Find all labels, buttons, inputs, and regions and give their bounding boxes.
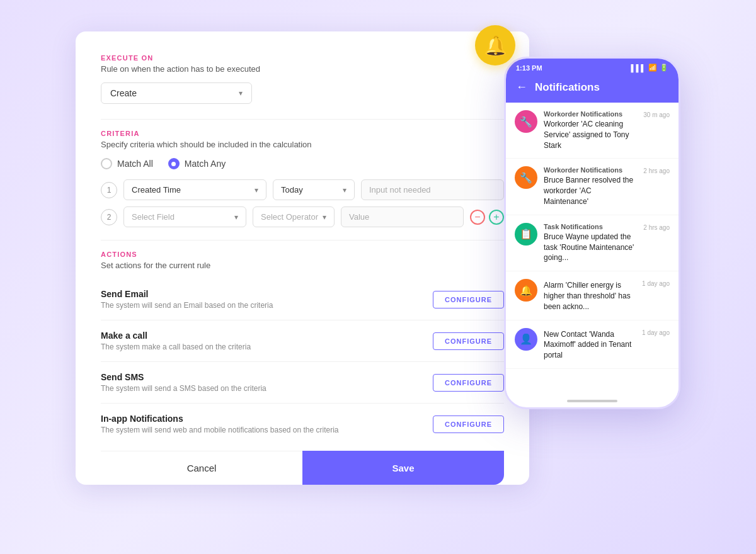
notif-category-2: Task Notifications [544,223,637,230]
phone-header: ← Notifications [506,74,679,103]
execute-on-label: EXECUTE ON [101,54,504,62]
notif-item-3[interactable]: 🔔 Alarm 'Chiller energy is higher than t… [506,271,679,320]
notif-category-0: Workorder Notifications [544,110,637,118]
action-title-send-email: Send Email [101,289,273,299]
notif-body-4: New Contact 'Wanda Maximoff' added in Te… [544,329,636,361]
phone-mockup: 1:13 PM ▌▌▌ 📶 🔋 ← Notifications 🔧 Workor… [504,57,680,409]
notif-content-1: Workorder Notifications Bruce Banner res… [544,166,637,206]
signal-icon: ▌▌▌ [631,64,646,72]
modal-footer: Cancel Save [101,451,504,485]
wifi-icon: 📶 [648,64,657,72]
action-desc-inapp-notif: The system will send web and mobile noti… [101,426,339,434]
notif-category-1: Workorder Notifications [544,166,637,174]
action-title-make-call: Make a call [101,331,251,341]
notif-time-1: 2 hrs ago [643,167,670,174]
notif-item-2[interactable]: 📋 Task Notifications Bruce Wayne updated… [506,215,679,271]
save-button[interactable]: Save [302,451,504,485]
configure-make-call-button[interactable]: CONFIGURE [433,332,504,350]
row-actions-2: − + [470,210,504,225]
notif-body-1: Bruce Banner resolved the workorder 'AC … [544,175,637,206]
notif-time-0: 30 m ago [643,111,670,118]
execute-on-desc: Rule on when the action has to be execut… [101,64,504,74]
notif-avatar-0: 🔧 [515,110,537,133]
field-dropdown-2[interactable]: Select Field ▾ [123,206,246,227]
actions-desc: Set actions for the current rule [101,261,504,270]
criteria-desc: Specify criteria which should be include… [101,140,504,149]
action-row-make-call: Make a call The system make a call based… [101,320,504,362]
notif-time-2: 2 hrs ago [643,224,670,231]
match-options: Match All Match Any [101,158,504,169]
action-title-send-sms: Send SMS [101,372,266,382]
execute-on-dropdown[interactable]: Create ▾ [101,82,252,104]
notif-body-0: Workorder 'AC cleaning Service' assigned… [544,119,637,150]
operator-dropdown-2[interactable]: Select Operator ▾ [253,206,335,227]
configure-inapp-notif-button[interactable]: CONFIGURE [433,416,504,433]
chevron-field-1-icon: ▾ [255,186,258,195]
chevron-op-2-icon: ▾ [323,213,326,222]
field-dropdown-1[interactable]: Created Time ▾ [123,179,266,200]
criteria-label: CRITERIA [101,130,504,137]
match-all-option[interactable]: Match All [101,158,153,169]
phone-time: 1:13 PM [516,64,542,72]
action-info-send-sms: Send SMS The system will send a SMS base… [101,372,266,393]
notif-content-4: New Contact 'Wanda Maximoff' added in Te… [544,328,636,361]
status-icons: ▌▌▌ 📶 🔋 [631,64,668,72]
operator-value-1: Today [281,185,303,195]
criteria-section: CRITERIA Specify criteria which should b… [101,130,504,227]
bell-badge: 🔔 [475,25,515,65]
chevron-field-2-icon: ▾ [234,213,238,222]
notif-avatar-2: 📋 [515,223,537,246]
value-input-1[interactable]: Input not needed [361,179,504,200]
configure-send-email-button[interactable]: CONFIGURE [433,291,504,308]
match-all-radio[interactable] [101,158,112,169]
field-value-2: Select Field [132,212,175,222]
actions-label: ACTIONS [101,251,504,258]
match-any-radio[interactable] [168,158,180,169]
phone-bottom-bar [567,400,617,402]
notif-item-1[interactable]: 🔧 Workorder Notifications Bruce Banner r… [506,159,679,215]
criteria-row-2: 2 Select Field ▾ Select Operator ▾ Value… [101,206,504,227]
operator-value-2: Select Operator [261,212,318,222]
add-row-button[interactable]: + [489,210,504,225]
notif-time-3: 1 day ago [642,280,670,287]
row-number-2: 2 [101,209,117,225]
notif-body-3: Alarm 'Chiller energy is higher than thr… [544,280,636,312]
cancel-button[interactable]: Cancel [101,451,302,485]
chevron-op-1-icon: ▾ [343,186,346,195]
notif-body-2: Bruce Wayne updated the task 'Routine Ma… [544,232,637,263]
bell-icon: 🔔 [484,35,507,57]
value-text-2: Value [349,212,369,222]
modal-card: EXECUTE ON Rule on when the action has t… [76,31,529,485]
notif-item-0[interactable]: 🔧 Workorder Notifications Workorder 'AC … [506,103,679,159]
value-input-2[interactable]: Value [341,206,464,227]
operator-dropdown-1[interactable]: Today ▾ [273,179,355,200]
notif-time-4: 1 day ago [642,329,670,336]
execute-on-section: EXECUTE ON Rule on when the action has t… [101,54,504,104]
match-any-label: Match Any [185,159,226,169]
match-all-label: Match All [117,159,153,169]
actions-section: ACTIONS Set actions for the current rule… [101,251,504,444]
back-arrow-icon[interactable]: ← [516,81,527,94]
phone-notifications-list: 🔧 Workorder Notifications Workorder 'AC … [506,103,679,401]
action-desc-send-email: The system will send an Email based on t… [101,301,273,310]
action-info-send-email: Send Email The system will send an Email… [101,289,273,310]
notif-item-4[interactable]: 👤 New Contact 'Wanda Maximoff' added in … [506,320,679,369]
notif-avatar-1: 🔧 [515,166,537,189]
execute-on-value: Create [110,88,137,98]
phone-header-title: Notifications [535,81,600,94]
value-text-1: Input not needed [369,185,431,195]
action-info-inapp-notif: In-app Notifications The system will sen… [101,414,339,434]
notif-content-0: Workorder Notifications Workorder 'AC cl… [544,110,637,150]
action-desc-make-call: The system make a call based on the crit… [101,342,251,351]
action-desc-send-sms: The system will send a SMS based on the … [101,384,266,393]
notif-content-3: Alarm 'Chiller energy is higher than thr… [544,279,636,312]
chevron-down-icon: ▾ [239,89,243,98]
notif-content-2: Task Notifications Bruce Wayne updated t… [544,223,637,263]
action-row-send-sms: Send SMS The system will send a SMS base… [101,362,504,404]
notif-avatar-4: 👤 [515,328,537,351]
action-row-inapp-notif: In-app Notifications The system will sen… [101,404,504,444]
match-any-option[interactable]: Match Any [168,158,226,169]
configure-send-sms-button[interactable]: CONFIGURE [433,374,504,392]
action-title-inapp-notif: In-app Notifications [101,414,339,424]
remove-row-button[interactable]: − [470,210,485,225]
